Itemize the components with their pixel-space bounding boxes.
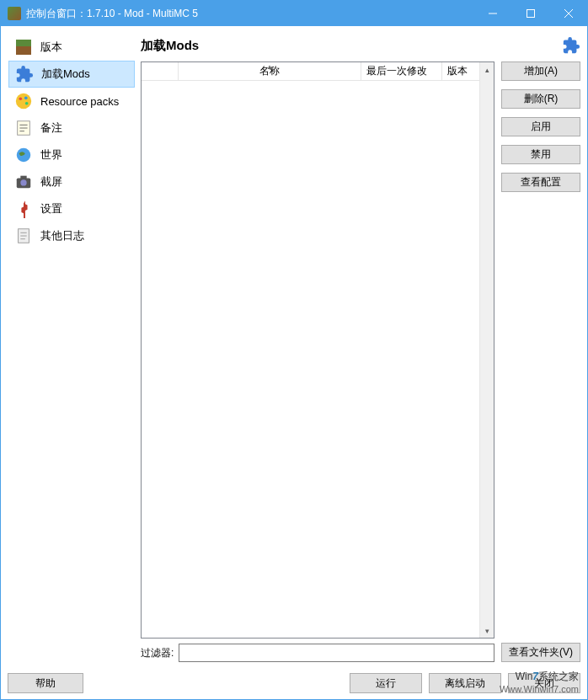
sidebar: 版本 加载Mods Resource packs 备注 世界 [8, 33, 136, 662]
svg-point-5 [24, 97, 28, 100]
main-panel: 加载Mods ▲ 名称 最后一次修改 [141, 33, 580, 662]
camera-icon [13, 172, 34, 192]
sidebar-item-notes[interactable]: 备注 [8, 115, 135, 142]
column-version[interactable]: 版本 [442, 62, 479, 80]
action-button-column: 增加(A) 删除(R) 启用 禁用 查看配置 查看文件夹(V) [501, 61, 580, 662]
sidebar-item-label: 版本 [40, 40, 62, 55]
sidebar-item-label: 设置 [40, 201, 62, 216]
maximize-button[interactable] [511, 1, 549, 26]
svg-point-3 [16, 94, 31, 109]
scroll-down-icon[interactable]: ▾ [480, 623, 494, 638]
scroll-up-icon[interactable]: ▴ [480, 62, 494, 77]
mods-table: ▲ 名称 最后一次修改 版本 ▴ ▾ [141, 61, 494, 639]
wrench-icon [13, 199, 34, 219]
client-area: 版本 加载Mods Resource packs 备注 世界 [1, 26, 587, 667]
spacer [501, 200, 580, 634]
view-folder-button[interactable]: 查看文件夹(V) [501, 643, 580, 662]
globe-icon [13, 145, 34, 165]
svg-point-13 [20, 179, 26, 185]
run-button[interactable]: 运行 [350, 673, 422, 693]
svg-point-6 [25, 102, 29, 105]
main-header: 加载Mods [141, 33, 580, 58]
add-button[interactable]: 增加(A) [501, 61, 580, 81]
sort-asc-icon: ▲ [266, 63, 273, 71]
close-button[interactable] [549, 1, 587, 26]
sidebar-item-version[interactable]: 版本 [8, 34, 135, 61]
minimize-button[interactable] [473, 1, 511, 26]
svg-rect-14 [20, 176, 26, 179]
svg-point-4 [19, 97, 23, 100]
sidebar-item-settings[interactable]: 设置 [8, 195, 135, 222]
app-icon [8, 7, 21, 20]
offline-launch-button[interactable]: 离线启动 [429, 673, 501, 693]
window-title: 控制台窗口：1.7.10 - Mod - MultiMC 5 [26, 7, 473, 21]
app-window: 控制台窗口：1.7.10 - Mod - MultiMC 5 版本 加载Mods… [0, 0, 588, 700]
sidebar-item-label: 截屏 [40, 174, 62, 190]
column-label: 版本 [447, 64, 468, 78]
column-label: 最后一次修改 [366, 64, 427, 78]
grass-block-icon [13, 37, 34, 57]
column-modified[interactable]: 最后一次修改 [361, 62, 442, 80]
help-button[interactable]: 帮助 [8, 673, 83, 693]
sidebar-item-worlds[interactable]: 世界 [8, 142, 135, 168]
table-inner[interactable]: ▲ 名称 最后一次修改 版本 [142, 62, 479, 638]
sidebar-item-label: 加载Mods [41, 67, 90, 82]
footer: 帮助 运行 离线启动 关闭 [1, 667, 587, 699]
sidebar-item-label: Resource packs [40, 95, 119, 108]
disable-button[interactable]: 禁用 [501, 145, 580, 164]
vertical-scrollbar[interactable]: ▴ ▾ [479, 62, 494, 638]
filter-row: 过滤器: [141, 644, 494, 662]
sidebar-item-mods[interactable]: 加载Mods [8, 61, 135, 88]
column-checkbox[interactable] [142, 62, 179, 80]
document-icon [13, 226, 34, 246]
sidebar-item-label: 备注 [40, 120, 62, 136]
filter-label: 过滤器: [141, 646, 174, 660]
enable-button[interactable]: 启用 [501, 117, 580, 136]
remove-button[interactable]: 删除(R) [501, 89, 580, 109]
sidebar-item-resource-packs[interactable]: Resource packs [8, 88, 135, 115]
svg-rect-2 [16, 40, 31, 46]
view-config-button[interactable]: 查看配置 [501, 173, 580, 192]
sidebar-item-label: 世界 [40, 147, 62, 163]
puzzle-header-icon [562, 36, 580, 55]
title-bar[interactable]: 控制台窗口：1.7.10 - Mod - MultiMC 5 [1, 1, 587, 26]
sidebar-item-label: 其他日志 [40, 228, 84, 243]
close-footer-button[interactable]: 关闭 [508, 673, 580, 693]
puzzle-icon [14, 64, 35, 84]
main-body: ▲ 名称 最后一次修改 版本 ▴ ▾ [141, 61, 580, 662]
notes-icon [13, 118, 34, 138]
sidebar-item-logs[interactable]: 其他日志 [8, 222, 135, 249]
page-title: 加载Mods [141, 38, 562, 54]
svg-rect-0 [527, 10, 534, 18]
column-name[interactable]: ▲ 名称 [179, 62, 361, 80]
table-header: ▲ 名称 最后一次修改 版本 [142, 62, 479, 81]
palette-icon [13, 91, 34, 111]
sidebar-item-screenshots[interactable]: 截屏 [8, 168, 135, 195]
filter-input[interactable] [179, 644, 494, 662]
content-column: ▲ 名称 最后一次修改 版本 ▴ ▾ [141, 61, 494, 662]
sidebar-list: 版本 加载Mods Resource packs 备注 世界 [8, 33, 136, 662]
